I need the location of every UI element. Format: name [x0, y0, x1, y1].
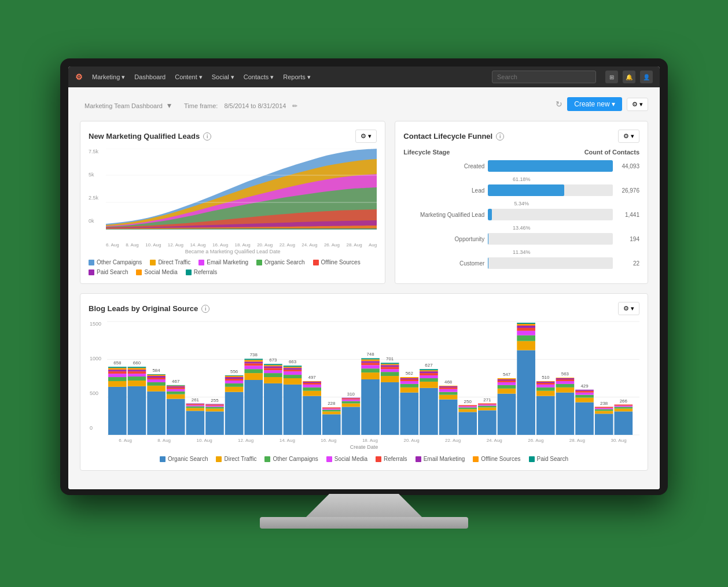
svg-rect-72	[244, 361, 263, 363]
svg-text:556: 556	[230, 369, 238, 374]
legend-color-social-media	[136, 269, 142, 275]
svg-rect-46	[186, 406, 205, 408]
legend-item-direct-traffic: Direct Traffic	[150, 259, 190, 265]
svg-rect-185	[517, 323, 535, 324]
funnel-settings-button[interactable]: ⚙ ▾	[618, 130, 639, 143]
svg-rect-61	[225, 381, 244, 383]
svg-rect-92	[284, 366, 302, 367]
svg-rect-36	[167, 394, 185, 399]
blog-legend-color-other	[264, 456, 270, 462]
bar-chart-container: 1500 1000 500 0	[89, 321, 639, 437]
svg-text:429: 429	[580, 383, 589, 389]
svg-rect-120	[361, 361, 380, 363]
svg-rect-161	[458, 406, 477, 407]
dashboard-settings-button[interactable]: ⚙ ▾	[627, 98, 648, 111]
svg-rect-14	[108, 368, 127, 370]
main-content: Marketing Team Dashboard▾ Time frame: 8/…	[68, 87, 660, 489]
blog-settings-button[interactable]: ⚙ ▾	[618, 302, 639, 315]
nav-item-reports[interactable]: Reports ▾	[283, 73, 311, 81]
svg-text:1,038: 1,038	[520, 321, 532, 322]
svg-rect-133	[400, 393, 418, 435]
svg-rect-137	[400, 379, 418, 381]
svg-rect-145	[420, 373, 438, 375]
svg-rect-142	[420, 382, 438, 388]
svg-rect-138	[400, 378, 418, 379]
nav-item-content[interactable]: Content ▾	[175, 73, 203, 81]
svg-rect-151	[439, 395, 458, 400]
svg-rect-21	[128, 371, 146, 374]
svg-rect-29	[147, 379, 166, 382]
svg-text:310: 310	[347, 392, 355, 397]
funnel-row-lead: Lead 26,976	[403, 184, 639, 196]
legend-color-referrals	[186, 269, 192, 275]
svg-rect-35	[167, 399, 185, 435]
svg-rect-31	[147, 376, 166, 378]
nav-item-social[interactable]: Social ▾	[212, 73, 234, 81]
svg-rect-178	[517, 350, 535, 435]
refresh-icon[interactable]: ↻	[556, 99, 562, 109]
blog-legend-color-referrals	[376, 456, 381, 462]
svg-rect-173	[498, 382, 516, 385]
svg-rect-117	[361, 368, 380, 372]
bar-chart-x-labels: 6. Aug 8. Aug 10. Aug 12. Aug 14. Aug 16…	[89, 438, 639, 443]
svg-rect-219	[614, 405, 633, 407]
svg-rect-201	[556, 378, 575, 378]
nav-item-dashboard[interactable]: Dashboard	[134, 73, 166, 80]
svg-rect-159	[458, 409, 477, 412]
area-chart-svg	[106, 149, 377, 230]
svg-rect-63	[225, 377, 244, 379]
svg-rect-155	[439, 386, 458, 387]
create-new-button[interactable]: Create new ▾	[567, 97, 622, 111]
legend-item-organic-search: Organic Search	[256, 259, 304, 265]
svg-rect-100	[303, 381, 321, 382]
svg-rect-40	[167, 386, 185, 387]
svg-rect-33	[147, 374, 166, 375]
grid-icon[interactable]: ⊞	[605, 71, 618, 83]
svg-rect-111	[342, 400, 361, 401]
bell-icon[interactable]: 🔔	[623, 71, 635, 83]
svg-rect-187	[536, 396, 555, 435]
svg-rect-220	[614, 405, 633, 406]
blog-legend-color-paid	[529, 456, 535, 462]
funnel-row-opportunity: Opportunity 194	[403, 233, 639, 245]
svg-rect-158	[458, 412, 477, 435]
svg-rect-23	[128, 368, 146, 370]
svg-rect-59	[225, 387, 244, 392]
svg-rect-124	[381, 382, 399, 435]
svg-rect-203	[575, 403, 594, 435]
svg-rect-17	[128, 386, 146, 435]
svg-text:748: 748	[366, 352, 374, 357]
svg-rect-64	[225, 376, 244, 377]
blog-legend-other: Other Campaigns	[264, 456, 318, 462]
svg-rect-96	[303, 387, 321, 391]
funnel-bar-created: Created 44,093	[403, 160, 639, 172]
user-icon[interactable]: 👤	[640, 71, 653, 83]
svg-rect-91	[284, 367, 302, 368]
svg-rect-49	[186, 404, 205, 404]
nav-item-contacts[interactable]: Contacts ▾	[244, 73, 274, 81]
area-chart-x-labels: 6. Aug 8. Aug 10. Aug 12. Aug 14. Aug 16…	[89, 242, 377, 248]
svg-rect-198	[556, 381, 575, 384]
svg-rect-129	[381, 365, 399, 367]
svg-rect-58	[225, 392, 244, 435]
svg-rect-153	[439, 389, 458, 392]
funnel-info-icon[interactable]: i	[496, 132, 504, 141]
legend-color-paid-search	[89, 269, 94, 275]
blog-info-icon[interactable]: i	[201, 305, 209, 313]
mql-settings-button[interactable]: ⚙ ▾	[355, 130, 377, 143]
svg-text:468: 468	[444, 379, 453, 385]
svg-rect-26	[147, 392, 166, 435]
blog-leads-title: Blog Leads by Original Source i ⚙ ▾	[89, 302, 639, 315]
svg-rect-56	[205, 404, 224, 405]
svg-rect-54	[205, 405, 224, 407]
svg-rect-10	[108, 377, 127, 381]
mql-info-icon[interactable]: i	[203, 132, 211, 141]
nav-item-marketing[interactable]: Marketing ▾	[92, 73, 125, 81]
svg-rect-47	[186, 405, 205, 407]
svg-rect-180	[517, 335, 535, 341]
svg-rect-196	[556, 387, 575, 393]
nav-search-input[interactable]	[492, 71, 596, 83]
svg-rect-207	[575, 391, 594, 393]
svg-rect-122	[361, 358, 380, 359]
svg-text:261: 261	[192, 397, 200, 403]
